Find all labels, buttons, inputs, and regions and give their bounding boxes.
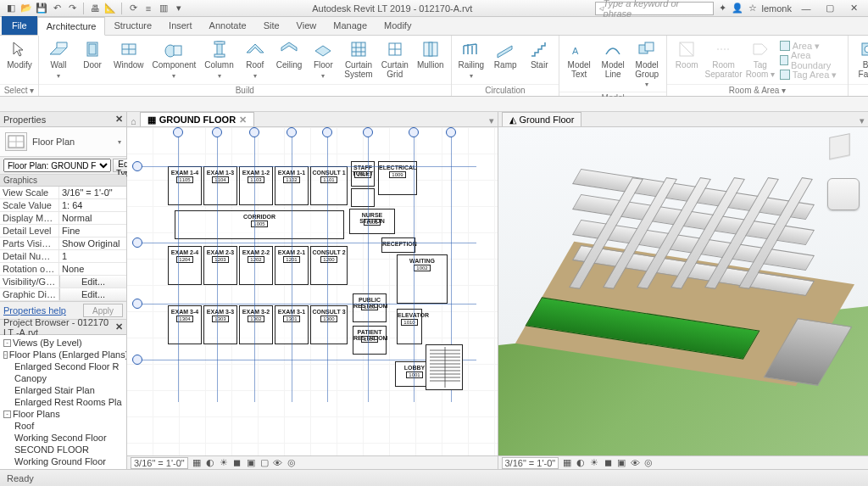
room[interactable]: EXAM 3-31303: [203, 305, 237, 344]
minimize-button[interactable]: —: [797, 2, 815, 15]
tree-node[interactable]: Roof: [2, 420, 125, 432]
tree-node[interactable]: SECOND FLOOR: [2, 444, 125, 455]
room[interactable]: CONSULT 21200: [310, 246, 348, 285]
room[interactable]: CONSULT 11101: [310, 166, 348, 205]
room[interactable]: EXAM 1-21103: [239, 166, 273, 205]
tree-node[interactable]: Enlarged Second Floor R: [2, 360, 125, 372]
close-icon[interactable]: ✕: [239, 115, 247, 126]
view-scale[interactable]: 3/16" = 1'-0": [502, 457, 559, 469]
view-cube[interactable]: [829, 132, 854, 165]
help-search-input[interactable]: ◃ Type a keyword or phrase: [595, 2, 714, 15]
property-value[interactable]: 1: 64: [59, 199, 126, 211]
roof-button[interactable]: Roof▾: [241, 37, 270, 81]
apply-button[interactable]: Apply: [83, 304, 123, 317]
room[interactable]: EXAM 3-21302: [239, 305, 273, 344]
shadows-icon[interactable]: ◼: [603, 458, 613, 468]
switch-windows-icon[interactable]: ▾: [173, 3, 185, 14]
room[interactable]: EXAM 1-31104: [203, 166, 237, 205]
view-tab-ground-floor-3d[interactable]: ◭ Ground Floor: [502, 112, 582, 126]
visual-style-icon[interactable]: ◐: [205, 458, 215, 468]
room[interactable]: EXAM 2-31203: [203, 246, 237, 285]
room[interactable]: EXAM 2-41204: [168, 246, 202, 285]
hide-isolate-icon[interactable]: 👁: [630, 458, 640, 468]
property-value[interactable]: Normal: [59, 212, 126, 224]
panel-label-select[interactable]: Select ▾: [0, 84, 38, 96]
shadows-icon[interactable]: ◼: [232, 458, 242, 468]
tag-room-button[interactable]: Tag Room ▾: [746, 37, 775, 81]
model-text-button[interactable]: AModel Text: [565, 37, 593, 81]
maximize-button[interactable]: ▢: [821, 2, 839, 15]
tab-manage[interactable]: Manage: [325, 16, 376, 35]
close-button[interactable]: ✕: [844, 2, 863, 15]
property-row[interactable]: Detail Number1: [0, 250, 126, 263]
room[interactable]: CONSULT 31300: [310, 305, 348, 344]
3d-view[interactable]: 3/16" = 1'-0" ▦ ◐ ☀ ◼ ▣ 👁 ◎: [498, 127, 869, 469]
tab-modify[interactable]: Modify: [376, 16, 420, 35]
railing-button[interactable]: Railing▾: [457, 37, 487, 81]
tag-area-button[interactable]: Tag Area ▾: [780, 68, 843, 81]
tree-node[interactable]: Enlarged Rest Rooms Pla: [2, 396, 125, 408]
open-icon[interactable]: 📂: [20, 3, 32, 14]
crop-view-icon[interactable]: ▣: [246, 458, 256, 468]
sun-path-icon[interactable]: ☀: [219, 458, 229, 468]
property-value[interactable]: Fine: [59, 225, 126, 237]
tree-node[interactable]: Working Ground Floor: [2, 455, 125, 467]
group-graphics[interactable]: Graphics: [0, 175, 126, 187]
tree-toggle-icon[interactable]: -: [3, 411, 11, 418]
property-value[interactable]: None: [59, 263, 126, 275]
tab-insert[interactable]: Insert: [160, 16, 201, 35]
property-row[interactable]: Parts VisibilityShow Original: [0, 237, 126, 250]
view-scale[interactable]: 3/16" = 1'-0": [131, 457, 188, 469]
room[interactable]: PUBLIC RESTROOM1003: [353, 293, 387, 322]
panel-label-room-area[interactable]: Room & Area ▾: [667, 84, 847, 96]
home-views-icon[interactable]: ⌂: [131, 116, 136, 126]
room[interactable]: RECEPTION: [381, 237, 415, 253]
room[interactable]: CORRIDOR1005: [175, 210, 344, 239]
reveal-hidden-icon[interactable]: ◎: [643, 458, 654, 468]
room[interactable]: EXAM 2-21202: [239, 246, 273, 285]
tree-toggle-icon[interactable]: -: [3, 351, 8, 359]
properties-header[interactable]: Properties✕: [0, 112, 126, 127]
property-value[interactable]: Edit...: [59, 288, 126, 300]
detail-level-icon[interactable]: ▦: [192, 458, 202, 468]
floor-plan-view[interactable]: EXAM 1-41105EXAM 1-31104EXAM 1-21103EXAM…: [127, 127, 498, 469]
thin-lines-icon[interactable]: ≡: [142, 3, 154, 14]
wall-button[interactable]: Wall▾: [44, 37, 73, 81]
sync-icon[interactable]: ⟳: [127, 3, 139, 14]
redo-icon[interactable]: ↷: [66, 3, 78, 14]
tab-structure[interactable]: Structure: [105, 16, 160, 35]
tree-node[interactable]: -Floor Plans: [2, 408, 125, 420]
mullion-button[interactable]: Mullion: [415, 37, 446, 72]
property-row[interactable]: Rotation on S...None: [0, 263, 126, 276]
view-menu-icon[interactable]: ▾: [860, 115, 868, 126]
curtain-system-button[interactable]: Curtain System: [342, 37, 374, 81]
crop-view-icon[interactable]: ▣: [616, 458, 626, 468]
crop-region-icon[interactable]: ▢: [259, 458, 270, 468]
file-tab[interactable]: File: [2, 16, 37, 35]
undo-icon[interactable]: ↶: [51, 3, 63, 14]
measure-icon[interactable]: 📐: [104, 3, 116, 14]
property-row[interactable]: Visibility/Grap...Edit...: [0, 276, 126, 288]
close-icon[interactable]: ✕: [115, 114, 123, 125]
visual-style-icon[interactable]: ◐: [576, 458, 586, 468]
property-row[interactable]: Graphic Displ...Edit...: [0, 288, 126, 301]
model-group-button[interactable]: Model Group▾: [632, 37, 661, 90]
window-button[interactable]: Window: [112, 37, 146, 72]
tree-node[interactable]: Canopy: [2, 372, 125, 384]
save-icon[interactable]: 💾: [36, 3, 47, 14]
property-value[interactable]: 1: [59, 250, 126, 262]
room[interactable]: ELEVATOR1010: [397, 309, 422, 344]
floor-button[interactable]: Floor▾: [309, 37, 337, 81]
room[interactable]: EXAM 1-41105: [168, 166, 202, 205]
tab-architecture[interactable]: Architecture: [37, 17, 106, 36]
sun-path-icon[interactable]: ☀: [589, 458, 599, 468]
app-menu-icon[interactable]: ◧: [5, 3, 17, 14]
close-hidden-icon[interactable]: ▥: [158, 3, 170, 14]
view-menu-icon[interactable]: ▾: [489, 115, 498, 126]
property-row[interactable]: View Scale3/16" = 1'-0": [0, 187, 126, 199]
view-tab-ground-floor-2d[interactable]: ▦ GROUND FLOOR ✕: [140, 112, 254, 126]
ceiling-button[interactable]: Ceiling: [275, 37, 304, 72]
room[interactable]: EXAM 3-41304: [168, 305, 202, 344]
column-button[interactable]: Column▾: [203, 37, 235, 81]
room[interactable]: [351, 188, 375, 207]
